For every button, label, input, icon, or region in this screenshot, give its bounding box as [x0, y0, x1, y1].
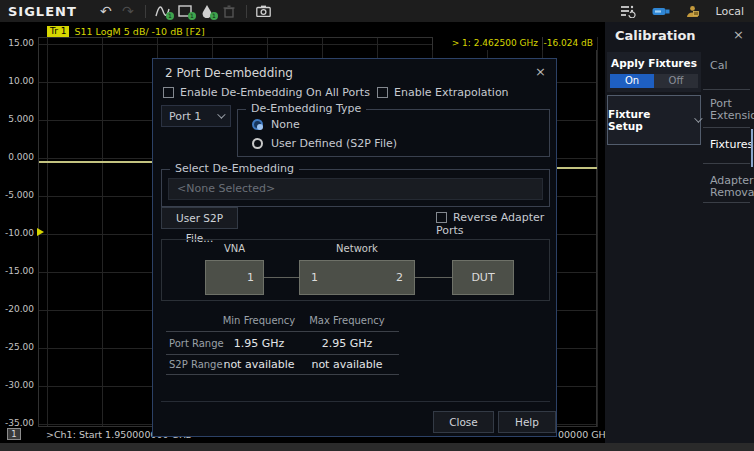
window-icon[interactable]: 1 — [174, 1, 196, 21]
marker-badge-icon: 1 — [210, 12, 218, 20]
checkbox-box[interactable] — [163, 87, 174, 98]
channel-stop-status-partial: 00000 GHz — [558, 429, 611, 440]
radio-user-defined[interactable]: User Defined (S2P File) — [252, 137, 397, 150]
trace-badge-icon: 1 — [166, 12, 174, 20]
fixture-diagram: VNA Network 1 1 2 DUT — [161, 239, 550, 301]
max-frequency-header: Max Frequency — [297, 315, 397, 326]
apply-fixtures-label: Apply Fixtures — [607, 57, 701, 69]
user-s2p-file-button[interactable]: User S2P File... — [161, 207, 238, 229]
table-rule — [166, 374, 399, 375]
vna-caption: VNA — [205, 243, 264, 254]
footer-divider — [161, 401, 550, 402]
tab-adapter-removal[interactable]: Adapter Removal — [710, 175, 754, 199]
local-button[interactable]: Local — [715, 5, 744, 18]
user-lock-icon[interactable] — [686, 5, 699, 18]
apply-fixtures-panel: Apply Fixtures On Off — [607, 52, 701, 92]
sidebar-title: Calibration — [615, 28, 696, 43]
dialog-close-icon[interactable]: × — [535, 64, 546, 79]
toolbar-right-group: Local — [620, 0, 754, 22]
usb-icon[interactable] — [652, 7, 670, 16]
dialog-title: 2 Port De-embedding — [165, 66, 293, 80]
port-select[interactable]: Port 1 — [161, 105, 231, 127]
toolbar-separator — [145, 5, 146, 18]
redo-icon[interactable]: ↷ — [117, 1, 139, 21]
trash-icon[interactable] — [218, 1, 240, 21]
trace-line-left — [39, 161, 152, 163]
tab-separator — [703, 202, 750, 203]
radio-button-selected[interactable] — [252, 119, 263, 130]
s2p-range-max: not available — [297, 358, 397, 371]
apply-fixtures-on-button[interactable]: On — [610, 74, 654, 88]
marker-value-readout: -16.024 dB — [542, 37, 597, 50]
window-badge-icon: 1 — [188, 12, 196, 20]
network-caption: Network — [299, 243, 415, 254]
chevron-down-icon — [694, 114, 702, 122]
connector-line — [264, 277, 299, 278]
apply-fixtures-off-button[interactable]: Off — [654, 74, 698, 88]
reverse-adapter-ports-checkbox[interactable]: Reverse Adapter Ports — [436, 211, 556, 237]
toolbar-separator — [246, 5, 247, 18]
fixture-setup-dropdown[interactable]: Fixture Setup — [607, 95, 701, 145]
network-box: 1 2 — [299, 260, 415, 295]
s2p-range-min: not available — [209, 358, 309, 371]
calibration-sidebar: Calibration × Apply Fixtures On Off Fixt… — [605, 22, 754, 443]
active-tab-indicator — [751, 129, 753, 167]
radio-button[interactable] — [252, 138, 263, 149]
tab-separator — [703, 127, 750, 128]
tab-separator — [703, 163, 750, 164]
reference-level-arrow — [37, 228, 44, 236]
siglent-logo: SIGLENT — [8, 4, 77, 19]
chevron-down-icon — [217, 110, 225, 118]
trace-parameters-label: S11 LogM 5 dB/ -10 dB [F2] — [74, 26, 204, 37]
select-de-embedding-group: Select De-Embedding <None Selected> — [161, 169, 550, 207]
radio-none[interactable]: None — [252, 118, 300, 131]
select-group-legend: Select De-Embedding — [170, 162, 299, 175]
close-button[interactable]: Close — [433, 411, 494, 433]
trace-line-right — [557, 167, 597, 169]
table-rule — [166, 331, 399, 332]
sidebar-close-icon[interactable]: × — [733, 27, 744, 42]
bottom-bar — [0, 443, 754, 451]
trace-number-badge[interactable]: Tr 1 — [47, 26, 69, 37]
port-range-min: 1.95 GHz — [209, 337, 309, 350]
connector-line — [415, 277, 452, 278]
min-frequency-header: Min Frequency — [209, 315, 309, 326]
checkbox-box[interactable] — [436, 212, 447, 223]
selected-file-field[interactable]: <None Selected> — [168, 178, 543, 200]
undo-icon[interactable]: ↶ — [95, 1, 117, 21]
vna-screen: SIGLENT ↶ ↷ 1 1 1 — [0, 0, 754, 451]
marker-icon[interactable]: 1 — [196, 1, 218, 21]
trace-info-row: Tr 1 S11 LogM 5 dB/ -10 dB [F2] — [47, 26, 205, 37]
tab-fixtures[interactable]: Fixtures — [710, 139, 754, 151]
sweep-list-icon[interactable] — [620, 5, 636, 18]
port-range-max: 2.95 GHz — [297, 337, 397, 350]
vna-box: 1 — [205, 260, 264, 295]
de-embedding-type-group: De-Embedding Type None User Defined (S2P… — [237, 109, 550, 157]
table-rule — [166, 354, 399, 355]
enable-extrapolation-checkbox[interactable]: Enable Extrapolation — [377, 86, 509, 99]
channel-badge[interactable]: 1 — [7, 428, 21, 440]
top-toolbar: SIGLENT ↶ ↷ 1 1 1 — [0, 0, 754, 22]
enable-all-ports-checkbox[interactable]: Enable De-Embedding On All Ports — [163, 86, 370, 99]
de-embedding-dialog: 2 Port De-embedding × Enable De-Embeddin… — [152, 58, 557, 437]
dut-box: DUT — [452, 260, 514, 295]
tab-port-extension[interactable]: Port Extension — [710, 98, 754, 122]
help-button[interactable]: Help — [498, 411, 556, 433]
camera-icon[interactable] — [253, 1, 275, 21]
tab-cal[interactable]: Cal — [710, 60, 754, 72]
tab-separator — [703, 89, 750, 90]
checkbox-box[interactable] — [377, 87, 388, 98]
trace-icon[interactable]: 1 — [152, 1, 174, 21]
type-group-legend: De-Embedding Type — [246, 102, 366, 115]
marker-frequency-readout: > 1: 2.462500 GHz — [432, 37, 542, 50]
